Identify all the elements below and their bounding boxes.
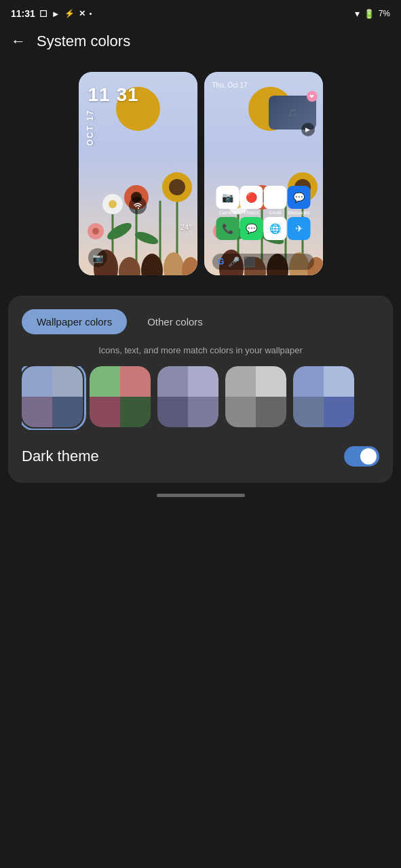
tabs-row: Wallpaper colors Other colors — [22, 309, 379, 334]
svg-point-12 — [104, 220, 134, 243]
color-swatch-4[interactable] — [225, 366, 286, 427]
homescreen-date: Thu, Oct 17 — [212, 81, 248, 89]
dark-theme-toggle[interactable] — [344, 446, 379, 467]
chrome-app: 🌐 — [265, 217, 286, 241]
color-swatches-row — [22, 366, 379, 430]
tab-wallpaper-colors[interactable]: Wallpaper colors — [22, 309, 127, 334]
wifi-overlay — [129, 197, 147, 214]
page-title: System colors — [37, 33, 130, 50]
camera-overlay: 📷 — [88, 248, 107, 267]
app-grid: 📷 Camera 🔴 Photos ✉ Gmail 💬 Messages 📞 💬 — [217, 186, 310, 241]
color-swatch-1[interactable] — [22, 366, 83, 427]
camera-status-icon: ☐ — [39, 9, 47, 19]
svg-point-5 — [169, 179, 185, 195]
back-button[interactable]: ← — [11, 33, 26, 50]
status-right: ▾ 🔋 7% — [355, 8, 390, 19]
google-search-bar: G 🎤 ⬛ — [212, 254, 314, 270]
home-bar — [157, 494, 245, 497]
camera-app: 📷 Camera — [217, 186, 239, 215]
toggle-knob — [360, 448, 377, 465]
play-button-overlay: ▶ — [301, 123, 315, 136]
color-swatch-3[interactable] — [157, 366, 218, 427]
telegram-status-icon: ► — [52, 9, 60, 19]
dot-icon: • — [90, 10, 92, 18]
panel-subtitle: Icons, text, and more match colors in yo… — [22, 345, 379, 355]
photos-app: 🔴 Photos — [241, 186, 263, 215]
wifi-status-icon: ▾ — [355, 8, 360, 19]
battery-status-icon: 🔋 — [364, 9, 375, 19]
battery-charge-icon: ⚡ — [64, 9, 75, 18]
lockscreen-preview: 11 31 OCT 17 24° 📷 — [79, 72, 197, 275]
battery-percent: 7% — [379, 9, 390, 18]
color-panel: Wallpaper colors Other colors Icons, tex… — [8, 296, 393, 483]
dark-theme-label: Dark theme — [22, 448, 99, 465]
phone-app: 📞 — [217, 217, 239, 241]
header: ← System colors — [0, 24, 401, 58]
homescreen-preview: Thu, Oct 17 🎵 ❤ ▶ 📷 Camera 🔴 Photos ✉ Gm… — [204, 72, 323, 275]
gmail-app: ✉ Gmail — [265, 186, 286, 215]
like-badge: ❤ — [307, 91, 318, 102]
color-swatch-5[interactable] — [293, 366, 354, 427]
svg-point-17 — [164, 252, 184, 275]
status-time: 11:31 — [11, 8, 35, 19]
status-bar: 11:31 ☐ ► ⚡ ✕ • ▾ 🔋 7% — [0, 0, 401, 24]
telegram-app: ✈ — [288, 217, 310, 241]
dark-theme-row: Dark theme — [22, 443, 379, 469]
temp-display: 24° — [180, 223, 192, 231]
x-status-icon: ✕ — [79, 9, 85, 18]
svg-point-9 — [109, 200, 117, 208]
whatsapp-app: 💬 — [241, 217, 263, 241]
home-indicator — [0, 483, 401, 502]
color-swatch-2[interactable] — [90, 366, 151, 427]
messages-app: 💬 Messages — [288, 186, 310, 215]
tab-other-colors[interactable]: Other colors — [132, 309, 218, 334]
lockscreen-time: 11 31 — [88, 84, 139, 106]
preview-area: 11 31 OCT 17 24° 📷 — [0, 58, 401, 296]
status-left: 11:31 ☐ ► ⚡ ✕ • — [11, 8, 92, 19]
lockscreen-date: OCT 17 — [85, 109, 95, 146]
svg-point-18 — [182, 257, 197, 275]
svg-point-11 — [92, 228, 99, 235]
